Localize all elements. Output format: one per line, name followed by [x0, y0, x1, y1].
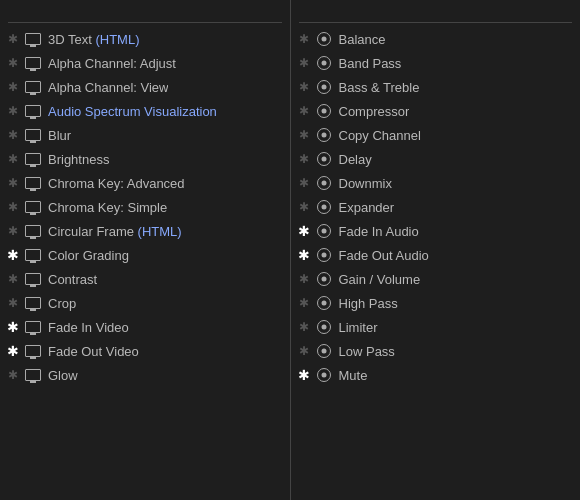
audio-filter-item-fade-out-audio[interactable]: ✱Fade Out Audio — [291, 243, 581, 267]
monitor-icon — [24, 296, 42, 310]
audio-filter-item-compressor[interactable]: ✱Compressor — [291, 99, 581, 123]
filter-label: Glow — [48, 368, 78, 383]
star-empty-icon[interactable]: ✱ — [4, 368, 22, 382]
star-empty-icon[interactable]: ✱ — [295, 152, 313, 166]
filter-label: Balance — [339, 32, 386, 47]
monitor-icon — [24, 368, 42, 382]
star-empty-icon[interactable]: ✱ — [295, 56, 313, 70]
audio-filter-item-bass-treble[interactable]: ✱Bass & Treble — [291, 75, 581, 99]
audio-filter-item-low-pass[interactable]: ✱Low Pass — [291, 339, 581, 363]
filter-label: 3D Text (HTML) — [48, 32, 140, 47]
filter-label: Audio Spectrum Visualization — [48, 104, 217, 119]
star-filled-icon[interactable]: ✱ — [295, 223, 313, 239]
video-filter-item-chroma-simple[interactable]: ✱Chroma Key: Simple — [0, 195, 290, 219]
video-filter-item-3d-text[interactable]: ✱3D Text (HTML) — [0, 27, 290, 51]
star-empty-icon[interactable]: ✱ — [4, 296, 22, 310]
monitor-icon — [24, 272, 42, 286]
video-filter-item-glow[interactable]: ✱Glow — [0, 363, 290, 387]
star-filled-icon[interactable]: ✱ — [4, 343, 22, 359]
filter-label: Compressor — [339, 104, 410, 119]
audio-filter-item-copy-channel[interactable]: ✱Copy Channel — [291, 123, 581, 147]
filter-label: Delay — [339, 152, 372, 167]
video-filter-item-chroma-advanced[interactable]: ✱Chroma Key: Advanced — [0, 171, 290, 195]
monitor-icon — [24, 32, 42, 46]
audio-filters-column: ✱Balance✱Band Pass✱Bass & Treble✱Compres… — [291, 0, 581, 500]
star-filled-icon[interactable]: ✱ — [4, 247, 22, 263]
filter-label: Copy Channel — [339, 128, 421, 143]
audio-circle-icon — [315, 128, 333, 142]
audio-filter-item-gain-volume[interactable]: ✱Gain / Volume — [291, 267, 581, 291]
filter-label: Bass & Treble — [339, 80, 420, 95]
video-filter-item-circular-frame[interactable]: ✱Circular Frame (HTML) — [0, 219, 290, 243]
star-filled-icon[interactable]: ✱ — [4, 319, 22, 335]
audio-filter-item-downmix[interactable]: ✱Downmix — [291, 171, 581, 195]
video-filter-item-contrast[interactable]: ✱Contrast — [0, 267, 290, 291]
video-filter-item-crop[interactable]: ✱Crop — [0, 291, 290, 315]
monitor-icon — [24, 104, 42, 118]
star-empty-icon[interactable]: ✱ — [4, 80, 22, 94]
star-empty-icon[interactable]: ✱ — [4, 128, 22, 142]
star-empty-icon[interactable]: ✱ — [295, 296, 313, 310]
star-filled-icon[interactable]: ✱ — [295, 247, 313, 263]
monitor-icon — [24, 56, 42, 70]
audio-circle-icon — [315, 152, 333, 166]
audio-filter-item-expander[interactable]: ✱Expander — [291, 195, 581, 219]
audio-filters-header — [291, 0, 581, 22]
filter-label: Color Grading — [48, 248, 129, 263]
star-empty-icon[interactable]: ✱ — [295, 272, 313, 286]
audio-filter-item-band-pass[interactable]: ✱Band Pass — [291, 51, 581, 75]
video-filter-item-fade-in-video[interactable]: ✱Fade In Video — [0, 315, 290, 339]
star-filled-icon[interactable]: ✱ — [295, 367, 313, 383]
audio-filter-item-limiter[interactable]: ✱Limiter — [291, 315, 581, 339]
filter-label: Crop — [48, 296, 76, 311]
star-empty-icon[interactable]: ✱ — [295, 200, 313, 214]
audio-filter-item-high-pass[interactable]: ✱High Pass — [291, 291, 581, 315]
star-empty-icon[interactable]: ✱ — [4, 176, 22, 190]
star-empty-icon[interactable]: ✱ — [295, 320, 313, 334]
audio-filter-item-mute[interactable]: ✱Mute — [291, 363, 581, 387]
monitor-icon — [24, 320, 42, 334]
filter-label: Gain / Volume — [339, 272, 421, 287]
audio-circle-icon — [315, 296, 333, 310]
star-empty-icon[interactable]: ✱ — [295, 344, 313, 358]
video-filter-item-audio-spectrum[interactable]: ✱Audio Spectrum Visualization — [0, 99, 290, 123]
video-filter-item-brightness[interactable]: ✱Brightness — [0, 147, 290, 171]
star-empty-icon[interactable]: ✱ — [4, 272, 22, 286]
star-empty-icon[interactable]: ✱ — [4, 200, 22, 214]
star-empty-icon[interactable]: ✱ — [295, 80, 313, 94]
monitor-icon — [24, 344, 42, 358]
star-empty-icon[interactable]: ✱ — [4, 32, 22, 46]
monitor-icon — [24, 128, 42, 142]
star-empty-icon[interactable]: ✱ — [295, 128, 313, 142]
star-empty-icon[interactable]: ✱ — [4, 152, 22, 166]
star-empty-icon[interactable]: ✱ — [295, 176, 313, 190]
audio-filter-item-balance[interactable]: ✱Balance — [291, 27, 581, 51]
video-filter-item-blur[interactable]: ✱Blur — [0, 123, 290, 147]
star-empty-icon[interactable]: ✱ — [4, 104, 22, 118]
star-empty-icon[interactable]: ✱ — [4, 224, 22, 238]
video-filter-item-alpha-adjust[interactable]: ✱Alpha Channel: Adjust — [0, 51, 290, 75]
filter-label: Chroma Key: Simple — [48, 200, 167, 215]
filter-label: Fade In Video — [48, 320, 129, 335]
audio-circle-icon — [315, 224, 333, 238]
filter-label: Low Pass — [339, 344, 395, 359]
audio-circle-icon — [315, 32, 333, 46]
filter-label: Alpha Channel: View — [48, 80, 168, 95]
filter-label: Brightness — [48, 152, 109, 167]
filter-label: Downmix — [339, 176, 392, 191]
star-empty-icon[interactable]: ✱ — [4, 56, 22, 70]
video-filter-item-fade-out-video[interactable]: ✱Fade Out Video — [0, 339, 290, 363]
monitor-icon — [24, 200, 42, 214]
video-filters-header — [0, 0, 290, 22]
audio-circle-icon — [315, 344, 333, 358]
star-empty-icon[interactable]: ✱ — [295, 32, 313, 46]
audio-filters-list: ✱Balance✱Band Pass✱Bass & Treble✱Compres… — [291, 23, 581, 500]
video-filter-item-color-grading[interactable]: ✱Color Grading — [0, 243, 290, 267]
monitor-icon — [24, 224, 42, 238]
star-empty-icon[interactable]: ✱ — [295, 104, 313, 118]
video-filter-item-alpha-view[interactable]: ✱Alpha Channel: View — [0, 75, 290, 99]
audio-filter-item-delay[interactable]: ✱Delay — [291, 147, 581, 171]
audio-circle-icon — [315, 368, 333, 382]
audio-filter-item-fade-in-audio[interactable]: ✱Fade In Audio — [291, 219, 581, 243]
video-filters-column: ✱3D Text (HTML)✱Alpha Channel: Adjust✱Al… — [0, 0, 290, 500]
